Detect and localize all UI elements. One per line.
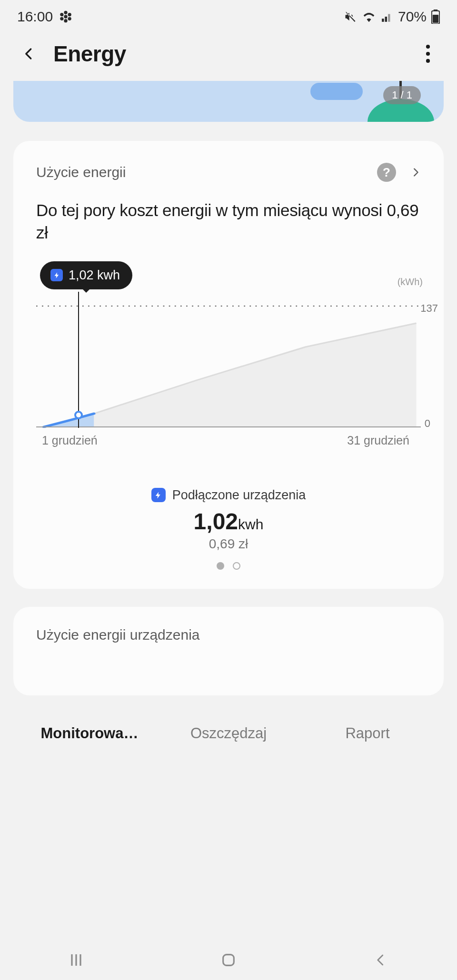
battery-icon xyxy=(431,10,440,24)
devices-label: Podłączone urządzenia xyxy=(172,488,306,503)
svg-point-1 xyxy=(65,11,67,14)
usage-chart[interactable]: 1,02 kwh (kWh) 137 0 1 grudzień 31 grudz… xyxy=(36,261,421,452)
back-nav-button[interactable] xyxy=(357,948,405,972)
bottom-tabs: Monitorowa… Oszczędzaj Raport xyxy=(0,713,457,758)
back-button[interactable] xyxy=(17,42,41,66)
chart-unit-label: (kWh) xyxy=(397,277,423,287)
svg-point-5 xyxy=(60,18,63,20)
svg-point-4 xyxy=(69,13,71,16)
tab-save[interactable]: Oszczędzaj xyxy=(159,718,298,749)
svg-point-0 xyxy=(65,16,67,18)
home-button[interactable] xyxy=(205,948,252,972)
signal-icon xyxy=(381,10,393,23)
tab-report[interactable]: Raport xyxy=(298,718,437,749)
tab-monitoring[interactable]: Monitorowa… xyxy=(20,718,159,749)
svg-point-3 xyxy=(60,13,63,16)
tooltip-value: 1,02 kwh xyxy=(69,268,120,283)
usage-card-title: Użycie energii xyxy=(36,164,377,180)
smartthings-icon xyxy=(60,10,72,23)
devices-cost: 0,69 zł xyxy=(36,536,421,552)
pager-dot-inactive[interactable] xyxy=(233,562,240,570)
svg-point-2 xyxy=(65,20,67,22)
chart-tooltip: 1,02 kwh xyxy=(40,261,132,289)
svg-rect-18 xyxy=(223,955,234,966)
battery-percent: 70% xyxy=(398,9,427,25)
device-usage-card[interactable]: Użycie energii urządzenia xyxy=(13,607,444,695)
recents-button[interactable] xyxy=(52,948,100,972)
svg-point-11 xyxy=(426,52,430,56)
pager-dots xyxy=(36,562,421,570)
usage-summary-text: Do tej pory koszt energii w tym miesiącu… xyxy=(36,199,421,244)
bolt-icon xyxy=(50,269,63,281)
help-button[interactable]: ? xyxy=(377,163,396,182)
cloud-shape xyxy=(310,83,363,100)
connected-devices-summary[interactable]: Podłączone urządzenia 1,02kwh 0,69 zł xyxy=(36,488,421,570)
bolt-icon xyxy=(151,488,166,502)
info-banner[interactable]: 1 / 1 xyxy=(13,81,444,122)
chevron-right-icon[interactable] xyxy=(410,165,421,180)
chart-x-start: 1 grudzień xyxy=(42,434,98,447)
banner-page-counter: 1 / 1 xyxy=(383,86,421,104)
chart-y-max: 137 xyxy=(420,302,438,315)
energy-usage-card: Użycie energii ? Do tej pory koszt energ… xyxy=(13,141,444,589)
chart-svg xyxy=(36,290,421,428)
chart-y-zero: 0 xyxy=(425,417,430,430)
svg-rect-9 xyxy=(433,15,438,23)
chart-cursor-dot xyxy=(74,411,83,419)
svg-point-6 xyxy=(69,18,71,20)
wifi-icon xyxy=(362,10,376,24)
svg-point-10 xyxy=(426,45,430,49)
svg-point-12 xyxy=(426,59,430,63)
page-title: Energy xyxy=(53,41,416,67)
chart-x-end: 31 grudzień xyxy=(347,434,409,447)
status-time: 16:00 xyxy=(17,9,53,25)
more-button[interactable] xyxy=(416,42,440,66)
android-navbar xyxy=(0,940,457,980)
app-header: Energy xyxy=(0,31,457,81)
device-usage-title: Użycie energii urządzenia xyxy=(36,627,421,643)
mute-vibrate-icon xyxy=(344,10,357,23)
pager-dot-active[interactable] xyxy=(217,562,224,570)
status-bar: 16:00 70% xyxy=(0,0,457,31)
devices-value: 1,02kwh xyxy=(36,508,421,535)
chart-cursor-line xyxy=(78,292,79,428)
